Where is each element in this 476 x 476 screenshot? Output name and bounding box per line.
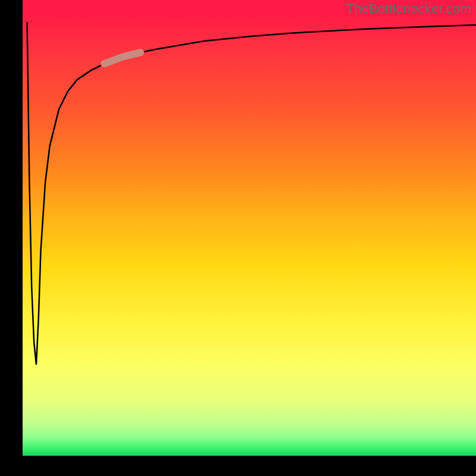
watermark-text: TheBottlenecker.com xyxy=(346,1,471,17)
y-axis-band xyxy=(0,0,23,456)
highlight-segment-path xyxy=(104,52,140,64)
plot-area: TheBottlenecker.com xyxy=(23,0,476,456)
bottleneck-curve-path xyxy=(27,23,476,365)
x-axis-band xyxy=(0,456,476,476)
curve-svg xyxy=(23,0,476,456)
chart-container: TheBottlenecker.com xyxy=(0,0,476,476)
